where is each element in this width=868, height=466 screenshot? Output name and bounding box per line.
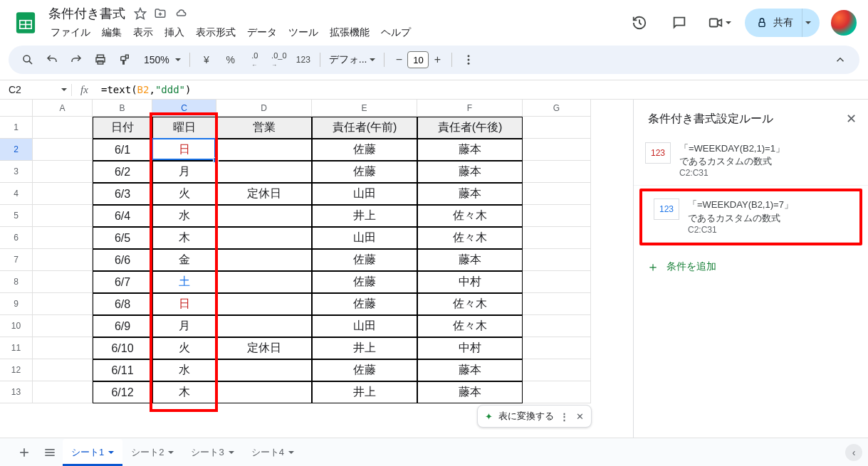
cell-F7[interactable]: 藤本 — [417, 249, 523, 271]
cell-G5[interactable] — [523, 205, 591, 227]
cell-A12[interactable] — [33, 359, 93, 381]
history-icon[interactable] — [625, 9, 654, 37]
cell-D3[interactable] — [216, 161, 312, 183]
row-header-10[interactable]: 10 — [0, 315, 33, 337]
cell-A9[interactable] — [33, 293, 93, 315]
col-header-B[interactable]: B — [93, 100, 152, 117]
menu-表示[interactable]: 表示 — [128, 23, 158, 42]
cell-F6[interactable]: 佐々木 — [417, 227, 523, 249]
cell-E9[interactable]: 佐藤 — [312, 293, 417, 315]
cell-G1[interactable] — [523, 117, 591, 139]
cell-E12[interactable]: 佐藤 — [312, 359, 417, 381]
collapse-toolbar-icon[interactable] — [830, 49, 851, 70]
menu-データ[interactable]: データ — [242, 23, 282, 42]
menu-挿入[interactable]: 挿入 — [160, 23, 189, 42]
format-rule-0[interactable]: 123「=WEEKDAY(B2,1)=1」であるカスタムの数式C2:C31 — [634, 135, 868, 186]
sheet-menu-icon[interactable] — [229, 451, 234, 454]
font-family-dropdown[interactable]: デフォ... — [326, 53, 379, 66]
cell-C9[interactable]: 日 — [152, 293, 216, 315]
cell-E5[interactable]: 井上 — [312, 205, 417, 227]
cell-G2[interactable] — [523, 139, 591, 161]
sheet-tab-シート1[interactable]: シート1 — [63, 439, 122, 466]
cell-E10[interactable]: 山田 — [312, 315, 417, 337]
percent-button[interactable]: % — [220, 49, 241, 70]
increase-decimal-button[interactable]: .0_0→ — [268, 49, 290, 70]
spreadsheet-grid[interactable]: ABCDEFG 12345678910111213 日付曜日営業責任者(午前)責… — [0, 100, 633, 438]
cell-F5[interactable]: 佐々木 — [417, 205, 523, 227]
cell-C8[interactable]: 土 — [152, 271, 216, 293]
cell-B4[interactable]: 6/3 — [93, 183, 152, 205]
cell-F11[interactable]: 中村 — [417, 337, 523, 359]
meet-icon[interactable] — [705, 9, 733, 37]
row-header-3[interactable]: 3 — [0, 161, 33, 183]
cell-C12[interactable]: 水 — [152, 359, 216, 381]
cell-B2[interactable]: 6/1 — [93, 139, 152, 161]
cell-G3[interactable] — [523, 161, 591, 183]
share-dropdown[interactable] — [802, 9, 820, 37]
cell-F3[interactable]: 藤本 — [417, 161, 523, 183]
row-header-7[interactable]: 7 — [0, 249, 33, 271]
cell-G4[interactable] — [523, 183, 591, 205]
decrease-decimal-button[interactable]: .0← — [244, 49, 266, 70]
sheets-app-icon[interactable] — [11, 9, 40, 37]
cell-B7[interactable]: 6/6 — [93, 249, 152, 271]
undo-icon[interactable] — [41, 49, 63, 70]
zoom-dropdown[interactable]: 150% — [138, 54, 184, 65]
cell-C2[interactable]: 日 — [152, 139, 216, 161]
cell-A3[interactable] — [33, 161, 93, 183]
row-header-2[interactable]: 2 — [0, 139, 33, 161]
currency-button[interactable]: ¥ — [196, 49, 217, 70]
col-header-E[interactable]: E — [312, 100, 417, 117]
cell-D1[interactable]: 営業 — [216, 117, 312, 139]
cell-B13[interactable]: 6/12 — [93, 381, 152, 403]
paint-format-icon[interactable] — [114, 49, 135, 70]
move-icon[interactable] — [154, 7, 167, 20]
search-menus-icon[interactable] — [17, 49, 38, 70]
cell-G7[interactable] — [523, 249, 591, 271]
cell-E2[interactable]: 佐藤 — [312, 139, 417, 161]
row-header-6[interactable]: 6 — [0, 227, 33, 249]
cell-C4[interactable]: 火 — [152, 183, 216, 205]
col-header-F[interactable]: F — [417, 100, 523, 117]
cell-F1[interactable]: 責任者(午後) — [417, 117, 523, 139]
row-header-9[interactable]: 9 — [0, 293, 33, 315]
cell-E8[interactable]: 佐藤 — [312, 271, 417, 293]
col-header-A[interactable]: A — [33, 100, 93, 117]
font-size-input[interactable] — [407, 51, 429, 68]
sheet-menu-icon[interactable] — [108, 451, 114, 454]
number-format-button[interactable]: 123 — [293, 49, 314, 70]
cell-C7[interactable]: 金 — [152, 249, 216, 271]
cell-B5[interactable]: 6/4 — [93, 205, 152, 227]
row-header-4[interactable]: 4 — [0, 183, 33, 205]
cell-B12[interactable]: 6/11 — [93, 359, 152, 381]
row-header-12[interactable]: 12 — [0, 359, 33, 381]
cell-E4[interactable]: 山田 — [312, 183, 417, 205]
cell-B11[interactable]: 6/10 — [93, 337, 152, 359]
cell-B9[interactable]: 6/8 — [93, 293, 152, 315]
add-rule-button[interactable]: ＋ 条件を追加 — [634, 248, 868, 285]
col-header-G[interactable]: G — [523, 100, 591, 117]
chip-close-icon[interactable]: ✕ — [576, 411, 584, 422]
select-all-corner[interactable] — [0, 100, 33, 117]
sheet-tab-シート4[interactable]: シート4 — [243, 439, 303, 466]
cell-D7[interactable] — [216, 249, 312, 271]
row-header-5[interactable]: 5 — [0, 205, 33, 227]
cell-F9[interactable]: 佐々木 — [417, 293, 523, 315]
document-title[interactable]: 条件付き書式 — [46, 4, 128, 23]
menu-編集[interactable]: 編集 — [97, 23, 127, 42]
cell-C13[interactable]: 木 — [152, 381, 216, 403]
cell-A10[interactable] — [33, 315, 93, 337]
cell-B6[interactable]: 6/5 — [93, 227, 152, 249]
cell-C1[interactable]: 曜日 — [152, 117, 216, 139]
cell-F8[interactable]: 中村 — [417, 271, 523, 293]
cell-E3[interactable]: 佐藤 — [312, 161, 417, 183]
cell-G10[interactable] — [523, 315, 591, 337]
cell-E6[interactable]: 山田 — [312, 227, 417, 249]
cell-B10[interactable]: 6/9 — [93, 315, 152, 337]
cell-C5[interactable]: 水 — [152, 205, 216, 227]
cell-D11[interactable]: 定休日 — [216, 337, 312, 359]
cell-A1[interactable] — [33, 117, 93, 139]
share-button[interactable]: 共有 — [745, 9, 820, 37]
sheet-menu-icon[interactable] — [288, 451, 294, 454]
cell-F13[interactable]: 藤本 — [417, 381, 523, 403]
